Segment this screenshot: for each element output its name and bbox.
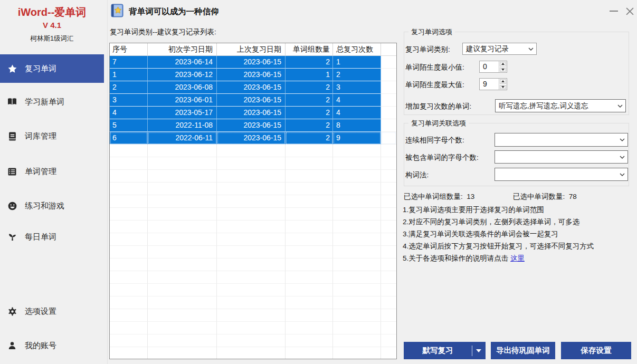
table-cell[interactable]: [333, 246, 381, 258]
table-cell[interactable]: [286, 183, 333, 195]
table-cell[interactable]: 1: [333, 56, 381, 69]
table-cell[interactable]: 2023-06-15: [217, 107, 286, 119]
table-cell[interactable]: 2023-06-15: [217, 56, 286, 69]
table-cell[interactable]: 6: [110, 132, 148, 145]
table-cell[interactable]: 9: [333, 132, 381, 145]
table-row[interactable]: [110, 233, 396, 246]
add-review-count-combobox[interactable]: 听写遗忘,拼写遗忘,词义遗忘: [495, 99, 626, 112]
table-row[interactable]: [110, 183, 396, 195]
table-row[interactable]: 52022-11-082023-06-1528: [110, 119, 396, 132]
table-cell[interactable]: [286, 258, 333, 271]
max-unfamiliarity-stepper[interactable]: 9: [479, 78, 507, 90]
table-cell[interactable]: [110, 258, 148, 271]
table-cell[interactable]: [217, 347, 286, 359]
table-cell[interactable]: [148, 183, 217, 195]
table-cell[interactable]: 2: [286, 56, 333, 69]
table-cell[interactable]: 4: [110, 107, 148, 119]
table-cell[interactable]: [110, 195, 148, 208]
table-row[interactable]: 22023-06-082023-06-1523: [110, 81, 396, 94]
table-cell[interactable]: [217, 170, 286, 183]
sidebar-item-daily-word[interactable]: 每日单词: [0, 225, 104, 248]
stepper-up-button[interactable]: [500, 62, 506, 66]
table-cell[interactable]: 2: [110, 81, 148, 94]
table-cell[interactable]: [217, 195, 286, 208]
table-cell[interactable]: [217, 157, 286, 170]
table-cell[interactable]: 8: [333, 119, 381, 132]
contained-words-combobox[interactable]: [495, 150, 628, 164]
table-cell[interactable]: [148, 347, 217, 359]
sidebar-item-learn-new-words[interactable]: 学习新单词: [0, 90, 104, 113]
stepper-up-button[interactable]: [500, 79, 506, 84]
sidebar-item-word-management[interactable]: 单词管理: [0, 160, 104, 183]
table-cell[interactable]: [148, 145, 217, 157]
table-row[interactable]: [110, 145, 396, 157]
table-cell[interactable]: 2023-06-15: [217, 69, 286, 81]
table-cell[interactable]: [148, 258, 217, 271]
table-row[interactable]: [110, 309, 396, 322]
table-cell[interactable]: 2023-06-15: [217, 81, 286, 94]
table-row[interactable]: 62022-06-112023-06-1529: [110, 132, 396, 145]
table-cell[interactable]: [110, 284, 148, 296]
close-button[interactable]: [623, 4, 636, 18]
table-cell[interactable]: [217, 334, 286, 347]
sidebar-item-my-account[interactable]: 我的账号: [0, 334, 104, 357]
table-row[interactable]: [110, 246, 396, 258]
table-cell[interactable]: [110, 145, 148, 157]
table-cell[interactable]: [286, 271, 333, 284]
table-row[interactable]: [110, 258, 396, 271]
save-settings-button[interactable]: 保存设置: [561, 342, 631, 359]
table-cell[interactable]: 2023-06-15: [217, 119, 286, 132]
table-cell[interactable]: 7: [110, 56, 148, 69]
table-cell[interactable]: [286, 208, 333, 221]
table-cell[interactable]: [333, 322, 381, 334]
table-cell[interactable]: [333, 170, 381, 183]
table-row[interactable]: 42023-05-172023-06-1524: [110, 107, 396, 119]
table-cell[interactable]: 2: [286, 107, 333, 119]
table-cell[interactable]: [286, 195, 333, 208]
table-cell[interactable]: 2023-06-15: [217, 132, 286, 145]
table-cell[interactable]: [286, 296, 333, 309]
table-cell[interactable]: 1: [286, 69, 333, 81]
table-cell[interactable]: 2023-06-08: [148, 81, 217, 94]
table-cell[interactable]: [286, 246, 333, 258]
table-cell[interactable]: [333, 296, 381, 309]
table-cell[interactable]: 2: [286, 81, 333, 94]
review-mode-dropdown-button[interactable]: [472, 342, 485, 359]
table-cell[interactable]: [217, 221, 286, 233]
table-cell[interactable]: [217, 271, 286, 284]
column-header[interactable]: 总复习次数: [333, 43, 381, 56]
table-cell[interactable]: [286, 170, 333, 183]
table-cell[interactable]: [110, 208, 148, 221]
column-header[interactable]: 初次学习日期: [148, 43, 217, 56]
table-row[interactable]: [110, 157, 396, 170]
table-cell[interactable]: [110, 246, 148, 258]
table-cell[interactable]: 2023-06-15: [217, 94, 286, 107]
table-cell[interactable]: 2023-05-17: [148, 107, 217, 119]
table-row[interactable]: [110, 347, 396, 359]
table-cell[interactable]: [333, 208, 381, 221]
table-cell[interactable]: [110, 183, 148, 195]
table-cell[interactable]: 2: [286, 119, 333, 132]
table-cell[interactable]: [110, 271, 148, 284]
minimize-button[interactable]: [607, 4, 621, 18]
table-cell[interactable]: [333, 221, 381, 233]
table-cell[interactable]: [148, 296, 217, 309]
table-cell[interactable]: 2022-11-08: [148, 119, 217, 132]
table-cell[interactable]: [217, 284, 286, 296]
table-cell[interactable]: 1: [110, 69, 148, 81]
table-cell[interactable]: [110, 309, 148, 322]
table-cell[interactable]: [217, 258, 286, 271]
sidebar-item-lexicon-management[interactable]: 词库管理: [0, 124, 104, 148]
table-row[interactable]: 32023-06-012023-06-1524: [110, 94, 396, 107]
column-header[interactable]: 单词组数量: [286, 43, 333, 56]
table-cell[interactable]: [333, 347, 381, 359]
table-cell[interactable]: [110, 322, 148, 334]
table-cell[interactable]: [333, 334, 381, 347]
table-row[interactable]: [110, 170, 396, 183]
table-cell[interactable]: 2023-06-01: [148, 94, 217, 107]
word-formation-combobox[interactable]: [495, 168, 628, 181]
category-combobox[interactable]: 建议复习记录: [462, 43, 537, 55]
table-cell[interactable]: [217, 296, 286, 309]
sidebar-item-review-words[interactable]: 复习单词: [0, 54, 104, 83]
table-row[interactable]: 72023-06-142023-06-1521: [110, 56, 396, 69]
